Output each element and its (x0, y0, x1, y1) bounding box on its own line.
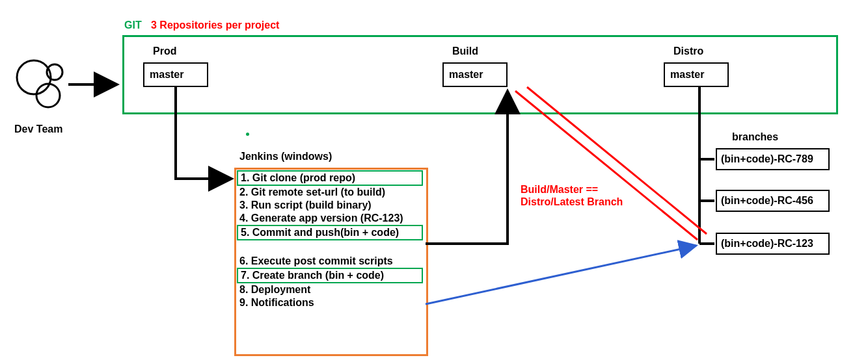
branch-box-3: (bin+code)-RC-123 (716, 233, 830, 255)
dot-icon (246, 133, 249, 136)
equality-note-line1: Build/Master == (521, 183, 623, 196)
prod-master-label: master (150, 69, 183, 81)
jenkins-step-9: 9. Notifications (237, 296, 426, 309)
distro-master-box: master (664, 62, 729, 87)
equality-note: Build/Master == Distro/Latest Branch (521, 183, 623, 208)
jenkins-step-2: 2. Git remote set-url (to build) (237, 186, 426, 199)
repos-count-label: 3 Repositories per project (151, 19, 279, 31)
branch-box-2: (bin+code)-RC-456 (716, 190, 830, 212)
jenkins-step-3: 3. Run script (build binary) (237, 199, 426, 212)
build-master-label: master (449, 69, 483, 81)
svg-point-1 (47, 64, 62, 80)
branch-label-1: (bin+code)-RC-789 (721, 153, 813, 165)
jenkins-step-4: 4. Generate app version (RC-123) (237, 212, 426, 225)
branches-title: branches (732, 131, 778, 143)
distro-master-label: master (670, 69, 704, 81)
branch-label-2: (bin+code)-RC-456 (721, 195, 813, 207)
svg-line-8 (426, 246, 696, 304)
build-title: Build (452, 45, 478, 57)
distro-title: Distro (673, 45, 703, 57)
svg-point-2 (36, 84, 60, 107)
svg-point-0 (17, 60, 51, 94)
equality-note-line2: Distro/Latest Branch (521, 196, 623, 208)
jenkins-step-8: 8. Deployment (237, 283, 426, 296)
branch-label-3: (bin+code)-RC-123 (721, 238, 813, 250)
git-label: GIT (124, 19, 142, 31)
devteam-label: Dev Team (14, 123, 62, 135)
build-master-box: master (442, 62, 508, 87)
branch-box-1: (bin+code)-RC-789 (716, 148, 830, 170)
jenkins-step-6: 6. Execute post commit scripts (237, 255, 426, 268)
jenkins-step-5: 5. Commit and push(bin + code) (237, 225, 423, 240)
prod-title: Prod (153, 45, 176, 57)
jenkins-step-1: 1. Git clone (prod repo) (237, 170, 423, 186)
jenkins-title: Jenkins (windows) (239, 151, 332, 162)
jenkins-steps: 1. Git clone (prod repo) 2. Git remote s… (237, 170, 426, 309)
jenkins-step-7: 7. Create branch (bin + code) (237, 268, 423, 283)
prod-master-box: master (143, 62, 208, 87)
